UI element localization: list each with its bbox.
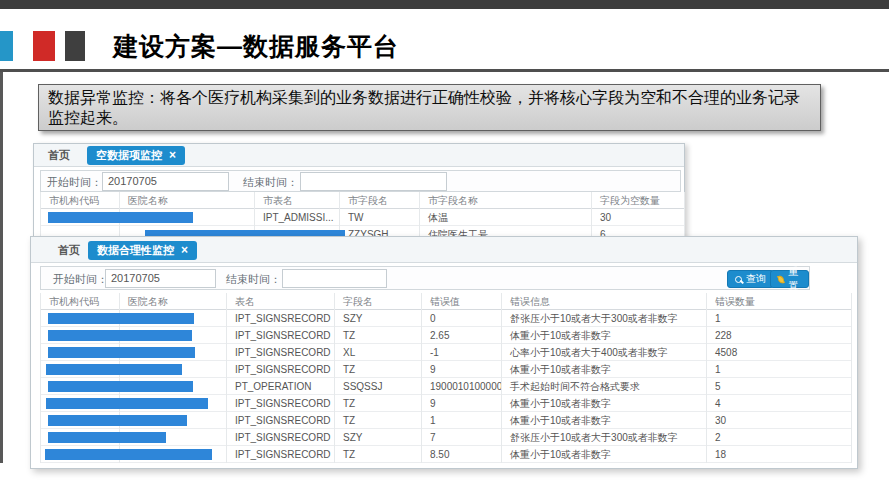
close-icon[interactable]: ×	[181, 241, 188, 260]
table-row: IPT_SIGNSRECORD TZ 9 体重小于10或者非数字 4	[40, 395, 852, 412]
cell-field: SZY	[335, 310, 422, 327]
redacted-org-bar	[48, 330, 192, 341]
reset-button[interactable]: 重置	[770, 270, 809, 288]
col-header: 医院名称	[120, 192, 255, 209]
tab-label: 空数据项监控	[96, 146, 162, 165]
left-edge-strip	[0, 72, 3, 463]
cell-table: IPT_SIGNSRECORD	[227, 412, 335, 429]
cell-error-value: -1	[422, 344, 502, 361]
cell-field: TZ	[335, 446, 422, 463]
cell-table: IPT_SIGNSRECORD	[227, 327, 335, 344]
col-header: 市字段名	[340, 192, 420, 209]
cell-table: IPT_SIGNSRECORD	[227, 344, 335, 361]
redacted-org-bar	[48, 212, 193, 223]
close-icon[interactable]: ×	[169, 146, 176, 165]
tab-home[interactable]: 首页	[58, 237, 80, 263]
cell-field: TZ	[335, 361, 422, 378]
table-row: IPT_SIGNSRECORD TZ 8.50 体重小于10或者非数字 18	[40, 446, 852, 463]
col-header: 错误数量	[707, 293, 852, 310]
slide-top-bar	[0, 0, 889, 9]
redacted-org-bar	[48, 432, 166, 443]
filter-bar: 开始时间： 20170705 结束时间： 查询 重置	[40, 266, 810, 290]
cell-error-message: 心率小于10或者大于400或者非数字	[502, 344, 707, 361]
table-row: IPT_SIGNSRECORD SZY 0 舒张压小于10或者大于300或者非数…	[40, 310, 852, 327]
cell-error-value: 9	[422, 395, 502, 412]
col-header: 市字段名称	[420, 192, 592, 209]
cell-error-message: 体重小于10或者非数字	[502, 327, 707, 344]
cell-error-count: 1	[707, 361, 852, 378]
table-row: IPT_SIGNSRECORD TZ 9 体重小于10或者非数字 1	[40, 361, 852, 378]
table-row: IPT_ADMISSI... TW 体温 30	[40, 209, 685, 226]
slide: 建设方案—数据服务平台 数据异常监控：将各个医疗机构采集到的业务数据进行正确性校…	[0, 0, 889, 500]
tab-label: 数据合理性监控	[97, 241, 174, 260]
cell-field: SSQSSJ	[335, 378, 422, 395]
cell-error-message: 体重小于10或者非数字	[502, 412, 707, 429]
cell-error-count: 1	[707, 310, 852, 327]
validity-table: 市机构代码 医院名称 表名 字段名 错误值 错误信息 错误数量 IPT_SIGN…	[40, 293, 852, 463]
cell-table: IPT_SIGNSRECORD	[227, 310, 335, 327]
cell-error-message: 体重小于10或者非数字	[502, 446, 707, 463]
decor-square-dark	[65, 31, 85, 61]
redacted-org-bar	[45, 449, 212, 460]
end-time-input[interactable]	[300, 172, 447, 191]
cell-empty-count: 30	[592, 209, 685, 226]
col-header: 市机构代码	[40, 192, 120, 209]
query-button[interactable]: 查询	[727, 270, 774, 288]
tab-empty-data-monitor[interactable]: 空数据项监控 ×	[87, 146, 185, 165]
table-header-row: 市机构代码 医院名称 表名 字段名 错误值 错误信息 错误数量	[40, 293, 852, 310]
magnifier-icon	[735, 276, 742, 283]
cell-error-value: 1	[422, 412, 502, 429]
reset-button-label: 重置	[788, 265, 801, 293]
end-time-input[interactable]	[282, 269, 387, 288]
cell-error-count: 228	[707, 327, 852, 344]
description-box: 数据异常监控：将各个医疗机构采集到的业务数据进行正确性校验，并将核心字段为空和不…	[38, 84, 821, 131]
cell-error-value: 8.50	[422, 446, 502, 463]
col-header: 错误值	[422, 293, 502, 310]
col-header: 医院名称	[120, 293, 227, 310]
tab-home[interactable]: 首页	[48, 144, 70, 167]
cell-error-count: 4508	[707, 344, 852, 361]
cell-table: IPT_ADMISSI...	[255, 209, 340, 226]
redacted-org-bar	[48, 415, 187, 426]
cell-error-count: 2	[707, 429, 852, 446]
title-divider	[0, 69, 889, 72]
table-row: IPT_SIGNSRECORD XL -1 心率小于10或者大于400或者非数字…	[40, 344, 852, 361]
cell-error-value: 0	[422, 310, 502, 327]
col-header: 市表名	[255, 192, 340, 209]
redacted-org-bar	[48, 347, 195, 358]
filter-bar: 开始时间： 20170705 结束时间：	[40, 170, 681, 192]
cell-table: IPT_SIGNSRECORD	[227, 446, 335, 463]
cell-field: SZY	[335, 429, 422, 446]
tab-data-validity-monitor[interactable]: 数据合理性监控 ×	[88, 241, 197, 260]
table-header-row: 市机构代码 医院名称 市表名 市字段名 市字段名称 字段为空数量	[40, 192, 685, 209]
table-row: IPT_SIGNSRECORD SZY 7 舒张压小于10或者大于300或者非数…	[40, 429, 852, 446]
cell-table: PT_OPERATION	[227, 378, 335, 395]
start-time-label: 开始时间：	[47, 175, 102, 190]
cell-error-message: 舒张压小于10或者大于300或者非数字	[502, 429, 707, 446]
start-time-input[interactable]: 20170705	[105, 269, 216, 288]
tab-bar: 首页 空数据项监控 ×	[34, 144, 684, 167]
cell-error-value: 7	[422, 429, 502, 446]
table-row: PT_OPERATION SSQSSJ 19000101000000 手术起始时…	[40, 378, 852, 395]
cell-error-value: 2.65	[422, 327, 502, 344]
end-time-label: 结束时间：	[243, 175, 298, 190]
cell-error-value: 9	[422, 361, 502, 378]
end-time-label: 结束时间：	[226, 272, 281, 287]
cell-table: IPT_SIGNSRECORD	[227, 395, 335, 412]
start-time-input[interactable]: 20170705	[102, 172, 229, 191]
start-time-label: 开始时间：	[53, 272, 108, 287]
cell-error-count: 5	[707, 378, 852, 395]
cell-table: IPT_SIGNSRECORD	[227, 429, 335, 446]
tab-bar: 首页 数据合理性监控 ×	[31, 237, 857, 263]
cell-error-message: 手术起始时间不符合格式要求	[502, 378, 707, 395]
decor-square-blue	[0, 31, 13, 61]
col-header: 字段为空数量	[592, 192, 685, 209]
window-empty-data-monitor: 首页 空数据项监控 × 开始时间： 20170705 结束时间： 市机构代码 医…	[33, 143, 685, 240]
table-row: IPT_SIGNSRECORD TZ 1 体重小于10或者非数字 30	[40, 412, 852, 429]
cell-error-message: 体重小于10或者非数字	[502, 361, 707, 378]
cell-table: IPT_SIGNSRECORD	[227, 361, 335, 378]
redacted-org-bar	[46, 364, 182, 375]
redacted-org-bar	[46, 398, 208, 409]
window-data-validity-monitor: 首页 数据合理性监控 × 开始时间： 20170705 结束时间： 查询 重置 …	[30, 236, 858, 469]
cell-error-count: 30	[707, 412, 852, 429]
